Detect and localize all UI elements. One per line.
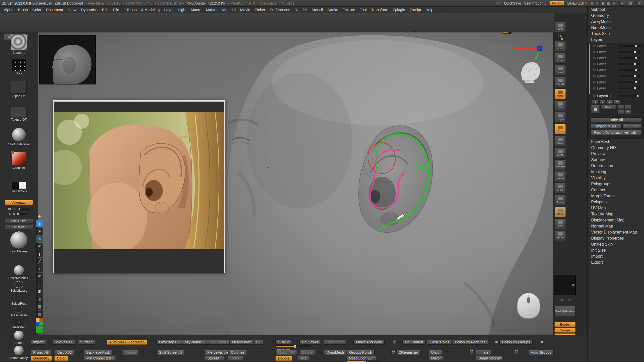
menu-item[interactable]: Marker: [204, 7, 220, 13]
tool-section-item[interactable]: Contact: [588, 187, 644, 193]
image-icon[interactable]: ▦: [36, 303, 43, 310]
texture-on-label[interactable]: Texture On: [554, 298, 576, 302]
rightshelf-button[interactable]: Rotate: [555, 171, 566, 182]
dynamesh-button[interactable]: DynaMesh: [324, 350, 346, 355]
surface-button[interactable]: Surface: [77, 340, 95, 345]
split-hidden-button[interactable]: Split Hidden: [207, 340, 231, 345]
tool-section-item[interactable]: Export: [588, 259, 644, 265]
pencil-icon[interactable]: ✎: [36, 235, 43, 242]
layer-intensity-slider[interactable]: [618, 45, 641, 47]
titlebar-tool-icon[interactable]: ✎: [595, 1, 600, 5]
layer-row[interactable]: Layer: [589, 79, 643, 85]
menu-item[interactable]: Transform: [369, 7, 390, 13]
reference-inset-image[interactable]: [39, 35, 96, 84]
layer-row[interactable]: Layer: [589, 61, 643, 67]
delete-button[interactable]: Delete: [123, 350, 138, 355]
tool-section-item[interactable]: NanoMesh: [588, 25, 644, 31]
border-button[interactable]: Border: [554, 322, 576, 327]
menu-item[interactable]: Macro: [189, 7, 204, 13]
menu-item[interactable]: File: [111, 7, 122, 13]
main-color-swatch[interactable]: [12, 182, 19, 189]
menu-item[interactable]: Brush: [16, 7, 30, 13]
rightshelf-button[interactable]: Floor: [555, 100, 566, 111]
palette-icon[interactable]: [36, 318, 43, 325]
maximize-button[interactable]: ▢: [628, 1, 633, 6]
alternate-button[interactable]: Alternate: [5, 200, 33, 205]
shelf-mini-slider[interactable]: [502, 32, 512, 34]
layer-row[interactable]: Layer: [589, 73, 643, 79]
menu-item[interactable]: Layer: [162, 7, 176, 13]
rightshelf-button[interactable]: Xpose: [555, 230, 566, 241]
layer-intensity-slider[interactable]: [618, 51, 641, 53]
close-button[interactable]: ×: [636, 1, 642, 6]
mid-value-slider[interactable]: MidValue 0: [53, 340, 76, 345]
layer-nav-button[interactable]: ▼: [614, 100, 620, 104]
layer-visibility-icon[interactable]: [593, 44, 596, 48]
screen-icon[interactable]: ▣: [36, 288, 43, 295]
menu-item[interactable]: Picker: [253, 7, 268, 13]
tool-section-item[interactable]: Polypaint: [588, 199, 644, 205]
layer-row[interactable]: Layer: [589, 85, 643, 91]
resolution-track[interactable]: [347, 361, 379, 362]
layer-row[interactable]: Layer: [589, 49, 643, 55]
menu-item[interactable]: Light: [176, 7, 189, 13]
layer-nav-button[interactable]: ▲: [607, 100, 613, 104]
smooth-brush[interactable]: Smooth: [0, 330, 38, 345]
smart-resym-button[interactable]: Smart ReSym: [476, 356, 504, 361]
layer-visibility-icon[interactable]: [593, 69, 596, 72]
layer-intensity-slider[interactable]: [618, 57, 641, 59]
zremesher-button[interactable]: ZRemesher: [396, 350, 421, 355]
layer-nav-button[interactable]: ►: [599, 100, 606, 104]
select-rect[interactable]: SelectRect: [0, 295, 38, 305]
fill-object-button[interactable]: FillObject: [5, 225, 33, 229]
menus-button[interactable]: Menus: [549, 1, 564, 5]
layer-row[interactable]: Layer: [589, 43, 643, 49]
rightshelf-button[interactable]: Transp: [555, 195, 566, 205]
del-mt-button[interactable]: DelMT: [228, 356, 244, 361]
tool-section-item[interactable]: Morph Target: [588, 193, 644, 199]
stepper-icon[interactable]: ▲▼: [391, 350, 395, 355]
rightshelf-button[interactable]: Move: [555, 148, 566, 158]
menu-item[interactable]: J-Brush: [122, 7, 139, 13]
see-through-slider[interactable]: See-through 0: [524, 1, 546, 5]
material-selector[interactable]: StartupMaterial: [0, 128, 38, 146]
mask-lasso[interactable]: MaskLasso: [0, 307, 38, 317]
tool-section-item[interactable]: Surface: [588, 157, 644, 163]
layers-scrollbar[interactable]: [589, 44, 590, 94]
reference-photo-panel[interactable]: [53, 100, 225, 273]
tool-section-item[interactable]: Masking: [588, 169, 644, 175]
polish-groups-toggle[interactable]: [540, 341, 543, 343]
stepper-icon[interactable]: ▲▼: [393, 340, 397, 344]
merge-down-button[interactable]: MergeDown: [229, 340, 254, 345]
tool-section-item[interactable]: Geometry HD: [588, 145, 644, 151]
sdiv-track[interactable]: [275, 345, 311, 347]
rightshelf-button[interactable]: Frame: [555, 136, 566, 146]
backface-mask-button[interactable]: BackfaceMask: [84, 350, 112, 355]
mirror-and-weld-button[interactable]: Mirror And Weld: [353, 340, 385, 345]
menu-item[interactable]: Edit: [100, 7, 111, 13]
inflate-slider[interactable]: Inflate: [476, 350, 491, 355]
tool-section-item[interactable]: FiberMesh: [588, 139, 644, 145]
layer-op-button[interactable]: +: [625, 105, 631, 109]
clipboard-icon[interactable]: ▤: [36, 310, 43, 318]
layer-thumb-button[interactable]: ▦: [591, 105, 600, 114]
lazy-radius-slider[interactable]: LazyRadius 1: [180, 340, 207, 345]
rightshelf-button[interactable]: Scroll: [555, 41, 566, 52]
layer-visibility-icon[interactable]: [593, 81, 596, 84]
tool-section-item[interactable]: Texture Map: [588, 211, 644, 217]
rf-slider[interactable]: [16, 213, 28, 215]
bake-all-button[interactable]: Bake All: [591, 117, 642, 122]
swatch-icon[interactable]: [36, 326, 43, 333]
layer-visibility-icon[interactable]: [593, 57, 596, 60]
menu-item[interactable]: Draw: [65, 7, 79, 13]
menu-item[interactable]: Material: [220, 7, 238, 13]
split-screen-slider[interactable]: Split Screen 0: [156, 350, 184, 355]
accucurve-button[interactable]: AccuCurve: [5, 219, 33, 223]
layer-visibility-icon[interactable]: [593, 94, 596, 97]
layer-visibility-icon[interactable]: [593, 75, 596, 78]
tool-section-item[interactable]: Subtool: [588, 7, 644, 13]
dist-slider[interactable]: Dist 0.02: [55, 350, 74, 355]
tool-section-item[interactable]: Deformation: [588, 163, 644, 169]
polish-features-toggle[interactable]: [495, 341, 498, 343]
layer-intensity-slider[interactable]: [618, 75, 641, 77]
